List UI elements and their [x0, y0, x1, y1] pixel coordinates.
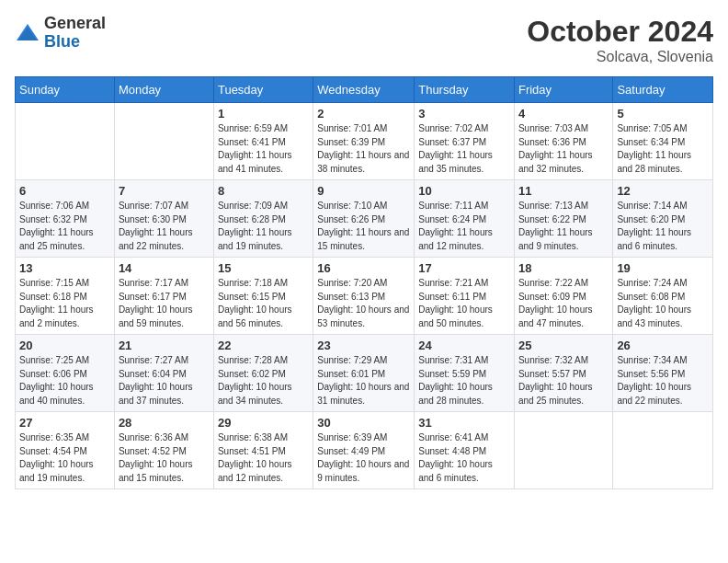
day-info: Sunrise: 7:34 AM Sunset: 5:56 PM Dayligh…: [617, 354, 709, 408]
day-info: Sunrise: 7:14 AM Sunset: 6:20 PM Dayligh…: [617, 200, 709, 253]
calendar-cell: [613, 412, 713, 489]
logo-icon: [15, 20, 40, 46]
calendar-cell: 2Sunrise: 7:01 AM Sunset: 6:39 PM Daylig…: [313, 103, 415, 180]
weekday-header-row: SundayMondayTuesdayWednesdayThursdayFrid…: [16, 77, 713, 103]
calendar-week-row: 13Sunrise: 7:15 AM Sunset: 6:18 PM Dayli…: [16, 258, 713, 335]
calendar-cell: 29Sunrise: 6:38 AM Sunset: 4:51 PM Dayli…: [213, 412, 313, 489]
day-info: Sunrise: 7:01 AM Sunset: 6:39 PM Dayligh…: [317, 122, 410, 176]
day-number: 29: [218, 416, 309, 430]
day-info: Sunrise: 6:35 AM Sunset: 4:54 PM Dayligh…: [19, 431, 110, 485]
calendar-cell: 12Sunrise: 7:14 AM Sunset: 6:20 PM Dayli…: [613, 180, 713, 258]
calendar-week-row: 6Sunrise: 7:06 AM Sunset: 6:32 PM Daylig…: [16, 180, 713, 258]
weekday-header: Tuesday: [213, 77, 313, 103]
day-info: Sunrise: 7:11 AM Sunset: 6:24 PM Dayligh…: [418, 200, 510, 253]
calendar-cell: 24Sunrise: 7:31 AM Sunset: 5:59 PM Dayli…: [415, 335, 515, 412]
day-number: 19: [617, 261, 709, 275]
day-number: 12: [617, 184, 709, 198]
day-number: 5: [617, 107, 709, 121]
day-info: Sunrise: 7:09 AM Sunset: 6:28 PM Dayligh…: [218, 200, 309, 253]
day-info: Sunrise: 7:28 AM Sunset: 6:02 PM Dayligh…: [218, 354, 309, 408]
logo-general: General: [44, 15, 106, 33]
calendar-cell: 22Sunrise: 7:28 AM Sunset: 6:02 PM Dayli…: [213, 335, 313, 412]
calendar-cell: 6Sunrise: 7:06 AM Sunset: 6:32 PM Daylig…: [16, 180, 115, 258]
day-number: 30: [317, 416, 410, 430]
day-number: 15: [218, 261, 309, 275]
calendar-cell: 18Sunrise: 7:22 AM Sunset: 6:09 PM Dayli…: [514, 258, 612, 335]
day-number: 8: [218, 184, 309, 198]
calendar-cell: [114, 103, 213, 180]
calendar-cell: 30Sunrise: 6:39 AM Sunset: 4:49 PM Dayli…: [313, 412, 415, 489]
logo: General Blue: [15, 15, 106, 52]
day-info: Sunrise: 7:05 AM Sunset: 6:34 PM Dayligh…: [617, 122, 709, 176]
calendar-cell: 17Sunrise: 7:21 AM Sunset: 6:11 PM Dayli…: [415, 258, 515, 335]
day-info: Sunrise: 7:07 AM Sunset: 6:30 PM Dayligh…: [119, 200, 210, 253]
weekday-header: Monday: [114, 77, 213, 103]
logo-text: General Blue: [44, 15, 106, 52]
calendar-cell: 20Sunrise: 7:25 AM Sunset: 6:06 PM Dayli…: [16, 335, 115, 412]
day-info: Sunrise: 6:59 AM Sunset: 6:41 PM Dayligh…: [218, 122, 309, 176]
day-info: Sunrise: 7:06 AM Sunset: 6:32 PM Dayligh…: [19, 200, 110, 253]
calendar-cell: 31Sunrise: 6:41 AM Sunset: 4:48 PM Dayli…: [415, 412, 515, 489]
day-info: Sunrise: 7:24 AM Sunset: 6:08 PM Dayligh…: [617, 277, 709, 330]
day-number: 16: [317, 261, 410, 275]
calendar-cell: 4Sunrise: 7:03 AM Sunset: 6:36 PM Daylig…: [514, 103, 612, 180]
day-number: 14: [119, 261, 210, 275]
day-number: 26: [617, 339, 709, 352]
day-info: Sunrise: 7:18 AM Sunset: 6:15 PM Dayligh…: [218, 277, 309, 330]
day-number: 27: [19, 416, 110, 430]
day-info: Sunrise: 7:27 AM Sunset: 6:04 PM Dayligh…: [119, 354, 210, 408]
day-number: 22: [218, 339, 309, 352]
day-info: Sunrise: 6:36 AM Sunset: 4:52 PM Dayligh…: [119, 431, 210, 485]
calendar-cell: 7Sunrise: 7:07 AM Sunset: 6:30 PM Daylig…: [114, 180, 213, 258]
calendar-cell: 15Sunrise: 7:18 AM Sunset: 6:15 PM Dayli…: [213, 258, 313, 335]
calendar-cell: 9Sunrise: 7:10 AM Sunset: 6:26 PM Daylig…: [313, 180, 415, 258]
day-info: Sunrise: 7:31 AM Sunset: 5:59 PM Dayligh…: [418, 354, 510, 408]
calendar-week-row: 1Sunrise: 6:59 AM Sunset: 6:41 PM Daylig…: [16, 103, 713, 180]
calendar-cell: [16, 103, 115, 180]
day-info: Sunrise: 7:21 AM Sunset: 6:11 PM Dayligh…: [418, 277, 510, 330]
day-number: 18: [518, 261, 609, 275]
day-number: 7: [119, 184, 210, 198]
day-info: Sunrise: 7:15 AM Sunset: 6:18 PM Dayligh…: [19, 277, 110, 330]
calendar-table: SundayMondayTuesdayWednesdayThursdayFrid…: [15, 76, 713, 489]
day-number: 13: [19, 261, 110, 275]
calendar-cell: 28Sunrise: 6:36 AM Sunset: 4:52 PM Dayli…: [114, 412, 213, 489]
day-number: 1: [218, 107, 309, 121]
day-info: Sunrise: 7:02 AM Sunset: 6:37 PM Dayligh…: [418, 122, 510, 176]
calendar-cell: 25Sunrise: 7:32 AM Sunset: 5:57 PM Dayli…: [514, 335, 612, 412]
calendar-cell: 27Sunrise: 6:35 AM Sunset: 4:54 PM Dayli…: [16, 412, 115, 489]
day-number: 3: [418, 107, 510, 121]
day-number: 17: [418, 261, 510, 275]
day-info: Sunrise: 6:41 AM Sunset: 4:48 PM Dayligh…: [418, 431, 510, 485]
day-info: Sunrise: 7:03 AM Sunset: 6:36 PM Dayligh…: [518, 122, 609, 176]
calendar-cell: 21Sunrise: 7:27 AM Sunset: 6:04 PM Dayli…: [114, 335, 213, 412]
day-info: Sunrise: 7:13 AM Sunset: 6:22 PM Dayligh…: [518, 200, 609, 253]
weekday-header: Thursday: [415, 77, 515, 103]
day-number: 24: [418, 339, 510, 352]
day-number: 2: [317, 107, 410, 121]
day-number: 25: [518, 339, 609, 352]
day-number: 10: [418, 184, 510, 198]
calendar-week-row: 27Sunrise: 6:35 AM Sunset: 4:54 PM Dayli…: [16, 412, 713, 489]
month-title: October 2024: [527, 15, 713, 49]
day-info: Sunrise: 7:22 AM Sunset: 6:09 PM Dayligh…: [518, 277, 609, 330]
calendar-week-row: 20Sunrise: 7:25 AM Sunset: 6:06 PM Dayli…: [16, 335, 713, 412]
day-info: Sunrise: 6:38 AM Sunset: 4:51 PM Dayligh…: [218, 431, 309, 485]
day-number: 20: [19, 339, 110, 352]
calendar-cell: 5Sunrise: 7:05 AM Sunset: 6:34 PM Daylig…: [613, 103, 713, 180]
calendar-cell: 10Sunrise: 7:11 AM Sunset: 6:24 PM Dayli…: [415, 180, 515, 258]
day-info: Sunrise: 7:20 AM Sunset: 6:13 PM Dayligh…: [317, 277, 410, 330]
title-area: October 2024 Solcava, Slovenia: [527, 15, 713, 65]
calendar-cell: 13Sunrise: 7:15 AM Sunset: 6:18 PM Dayli…: [16, 258, 115, 335]
day-info: Sunrise: 7:29 AM Sunset: 6:01 PM Dayligh…: [317, 354, 410, 408]
day-number: 6: [19, 184, 110, 198]
calendar-cell: 3Sunrise: 7:02 AM Sunset: 6:37 PM Daylig…: [415, 103, 515, 180]
day-info: Sunrise: 7:25 AM Sunset: 6:06 PM Dayligh…: [19, 354, 110, 408]
calendar-cell: 11Sunrise: 7:13 AM Sunset: 6:22 PM Dayli…: [514, 180, 612, 258]
day-number: 31: [418, 416, 510, 430]
day-number: 9: [317, 184, 410, 198]
weekday-header: Wednesday: [313, 77, 415, 103]
calendar-cell: 14Sunrise: 7:17 AM Sunset: 6:17 PM Dayli…: [114, 258, 213, 335]
day-info: Sunrise: 7:10 AM Sunset: 6:26 PM Dayligh…: [317, 200, 410, 253]
calendar-cell: 1Sunrise: 6:59 AM Sunset: 6:41 PM Daylig…: [213, 103, 313, 180]
